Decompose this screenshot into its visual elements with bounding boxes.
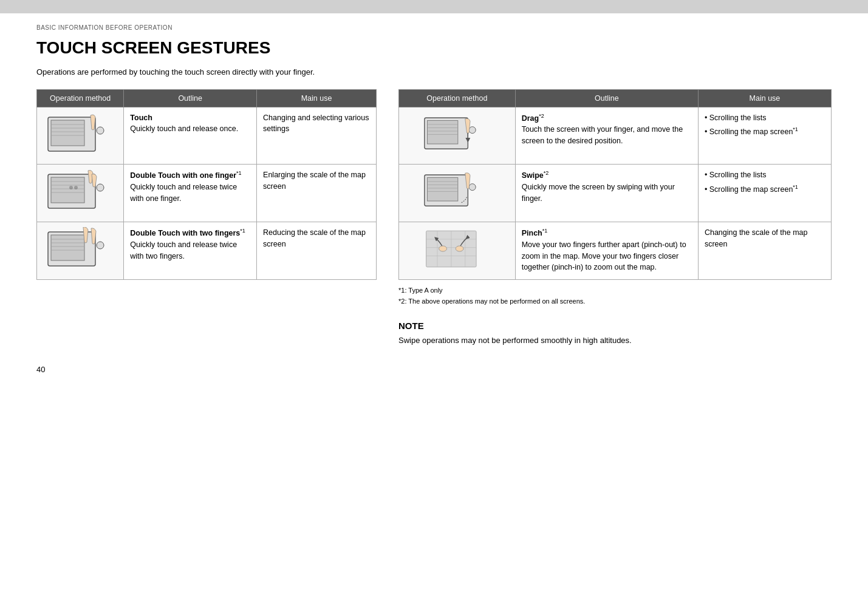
mainuse-drag: Scrolling the lists Scrolling the map sc… xyxy=(698,107,831,165)
note-section: NOTE Swipe operations may not be perform… xyxy=(398,321,832,347)
page-number: 40 xyxy=(36,365,832,374)
outline-touch: Touch Quickly touch and release once. xyxy=(124,107,257,165)
outline-rest-pinch: Move your two fingers further apart (pin… xyxy=(522,240,686,272)
svg-point-6 xyxy=(97,127,104,134)
table-row: Touch Quickly touch and release once. Ch… xyxy=(37,107,377,165)
right-header-mainuse: Main use xyxy=(698,89,831,107)
outline-rest-drag: Touch the screen with your finger, and m… xyxy=(522,125,683,145)
outline-double-one: Double Touch with one finger*1 Quickly t… xyxy=(124,165,257,222)
footnotes: *1: Type A only *2: The above operations… xyxy=(398,285,832,307)
page-wrapper: BASIC INFORMATION BEFORE OPERATION TOUCH… xyxy=(0,13,868,398)
intro-text: Operations are performed by touching the… xyxy=(36,66,377,78)
content-columns: Operation method Outline Main use xyxy=(36,89,832,347)
left-header-outline: Outline xyxy=(124,89,257,107)
svg-point-22 xyxy=(97,242,104,249)
gesture-image-pinch xyxy=(399,222,516,280)
outline-swipe: Swipe*2 Quickly move the screen by swipi… xyxy=(515,165,698,222)
left-table: Operation method Outline Main use xyxy=(36,89,377,280)
mainuse-pinch: Changing the scale of the map screen xyxy=(698,222,831,280)
right-header-outline: Outline xyxy=(515,89,698,107)
mainuse-double-one: Enlarging the scale of the map screen xyxy=(257,165,377,222)
mainuse-touch: Changing and selecting various settings xyxy=(257,107,377,165)
outline-bold-swipe: Swipe xyxy=(522,171,544,180)
table-row: Drag*2 Touch the screen with your finger… xyxy=(399,107,832,165)
note-text: Swipe operations may not be performed sm… xyxy=(398,335,832,347)
table-row: Double Touch with one finger*1 Quickly t… xyxy=(37,165,377,222)
svg-rect-1 xyxy=(51,120,84,146)
svg-point-29 xyxy=(470,126,476,133)
drag-gesture-svg xyxy=(423,112,490,156)
page-title: TOUCH SCREEN GESTURES xyxy=(36,38,832,58)
left-column: Operation method Outline Main use xyxy=(36,89,377,280)
list-item: Scrolling the map screen*1 xyxy=(705,126,825,138)
gesture-image-touch xyxy=(37,107,124,165)
gesture-image-double-one xyxy=(37,165,124,222)
pinch-gesture-svg xyxy=(423,227,490,271)
right-header-operation: Operation method xyxy=(399,89,516,107)
svg-rect-17 xyxy=(51,235,84,260)
outline-bold-double-two: Double Touch with two fingers xyxy=(130,229,240,237)
right-table: Operation method Outline Main use xyxy=(398,89,832,280)
svg-rect-31 xyxy=(428,178,458,202)
note-title: NOTE xyxy=(398,321,832,331)
outline-double-two: Double Touch with two fingers*1 Quickly … xyxy=(124,222,257,280)
mainuse-double-two: Reducing the scale of the map screen xyxy=(257,222,377,280)
footnote-1: *1: Type A only xyxy=(398,285,832,296)
swipe-gesture-svg xyxy=(423,169,490,213)
double-one-gesture-svg xyxy=(47,169,114,213)
outline-pinch: Pinch*1 Move your two fingers further ap… xyxy=(515,222,698,280)
gesture-image-swipe xyxy=(399,165,516,222)
right-column: Operation method Outline Main use xyxy=(398,89,832,347)
table-row: Pinch*1 Move your two fingers further ap… xyxy=(399,222,832,280)
outline-bold-drag: Drag xyxy=(522,114,539,123)
mainuse-drag-list: Scrolling the lists Scrolling the map sc… xyxy=(705,112,825,138)
table-row: Swipe*2 Quickly move the screen by swipi… xyxy=(399,165,832,222)
table-row: Double Touch with two fingers*1 Quickly … xyxy=(37,222,377,280)
outline-rest-double-one: Quickly touch and release twice with one… xyxy=(130,183,237,203)
list-item: Scrolling the lists xyxy=(705,169,825,181)
svg-point-36 xyxy=(470,184,476,191)
svg-point-45 xyxy=(456,246,464,251)
double-two-gesture-svg xyxy=(47,227,114,271)
svg-point-14 xyxy=(69,186,73,189)
outline-bold-pinch: Pinch xyxy=(522,229,542,237)
gesture-image-double-two xyxy=(37,222,124,280)
mainuse-swipe-list: Scrolling the lists Scrolling the map sc… xyxy=(705,169,825,195)
outline-bold-double-one: Double Touch with one finger xyxy=(130,171,236,180)
list-item: Scrolling the lists xyxy=(705,112,825,124)
svg-point-44 xyxy=(439,246,447,251)
footnote-2: *2: The above operations may not be perf… xyxy=(398,296,832,307)
outline-bold-touch: Touch xyxy=(130,114,152,122)
touch-gesture-svg xyxy=(47,112,114,156)
left-header-mainuse: Main use xyxy=(257,89,377,107)
svg-point-15 xyxy=(74,186,78,189)
left-header-operation: Operation method xyxy=(37,89,124,107)
breadcrumb: BASIC INFORMATION BEFORE OPERATION xyxy=(36,24,832,31)
svg-rect-24 xyxy=(428,120,458,144)
outline-drag: Drag*2 Touch the screen with your finger… xyxy=(515,107,698,165)
outline-rest-touch: Quickly touch and release once. xyxy=(130,124,238,133)
outline-rest-double-two: Quickly touch and release twice with two… xyxy=(130,240,237,260)
svg-point-13 xyxy=(97,184,104,191)
svg-rect-8 xyxy=(51,177,84,203)
list-item: Scrolling the map screen*1 xyxy=(705,183,825,195)
gesture-image-drag xyxy=(399,107,516,165)
outline-rest-swipe: Quickly move the screen by swiping with … xyxy=(522,183,675,203)
mainuse-swipe: Scrolling the lists Scrolling the map sc… xyxy=(698,165,831,222)
top-bar xyxy=(0,0,868,13)
